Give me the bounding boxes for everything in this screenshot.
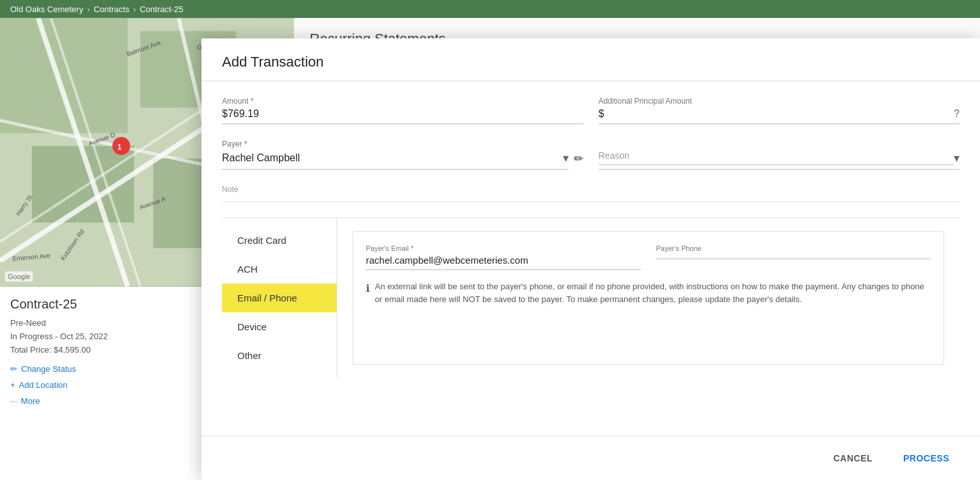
dollar-prefix: $ (599, 108, 605, 119)
payer-field-wrap: Payer * Rachel Campbell ▾ ✏ (222, 140, 583, 170)
additional-principal-label: Additional Principal Amount (599, 97, 960, 106)
amount-field: Amount * $769.19 (222, 97, 583, 124)
pencil-icon: ✏ (10, 364, 17, 374)
payment-methods-list: Credit Card ACH Email / Phone Device Oth… (222, 218, 337, 378)
payers-phone-value (656, 255, 931, 259)
payers-email-label: Payer's Email * (366, 244, 641, 252)
ellipsis-icon: ··· (10, 396, 17, 406)
payment-detail-inner: Payer's Email * rachel.campbell@webcemet… (352, 231, 944, 365)
payers-phone-label: Payer's Phone (656, 244, 931, 252)
payment-method-device[interactable]: Device (222, 312, 336, 341)
payer-value: Rachel Campbell (222, 152, 300, 164)
help-icon[interactable]: ? (954, 108, 960, 120)
info-icon: ℹ (366, 281, 370, 296)
payment-method-email-phone[interactable]: Email / Phone (222, 284, 336, 312)
breadcrumb-contract25[interactable]: Contract-25 (139, 4, 183, 14)
payment-method-other[interactable]: Other (222, 341, 336, 370)
additional-principal-field: Additional Principal Amount $ ? (599, 97, 960, 124)
payment-section: Credit Card ACH Email / Phone Device Oth… (222, 218, 960, 378)
note-field: Note (222, 185, 960, 202)
payers-phone-field[interactable]: Payer's Phone (656, 244, 931, 270)
modal-footer: CANCEL PROCESS (202, 436, 980, 480)
svg-text:1: 1 (118, 143, 122, 152)
plus-icon: + (10, 380, 15, 390)
modal-title: Add Transaction (222, 54, 960, 70)
breadcrumb-cemetery[interactable]: Old Oaks Cemetery (10, 4, 83, 14)
info-text-content: An external link will be sent to the pay… (375, 280, 931, 305)
payers-email-field[interactable]: Payer's Email * rachel.campbell@webcemet… (366, 244, 641, 270)
payer-dropdown-arrow: ▾ (563, 151, 569, 165)
top-bar: Old Oaks Cemetery › Contracts › Contract… (0, 0, 980, 18)
payment-method-ach[interactable]: ACH (222, 255, 336, 284)
payment-method-credit-card[interactable]: Credit Card (222, 226, 336, 255)
modal-body: Amount * $769.19 Additional Principal Am… (202, 81, 980, 436)
amount-row: Amount * $769.19 Additional Principal Am… (222, 97, 960, 124)
payer-dropdown[interactable]: Rachel Campbell ▾ (222, 151, 569, 170)
cancel-button[interactable]: CANCEL (823, 447, 883, 470)
payment-detail-panel: Payer's Email * rachel.campbell@webcemet… (337, 218, 960, 378)
payer-row: Rachel Campbell ▾ ✏ (222, 151, 583, 170)
reason-placeholder: Reason (599, 150, 954, 165)
payer-label: Payer * (222, 140, 583, 148)
email-phone-row: Payer's Email * rachel.campbell@webcemet… (366, 244, 931, 270)
payer-reason-row: Payer * Rachel Campbell ▾ ✏ Reason ▾ (222, 140, 960, 170)
payer-edit-icon[interactable]: ✏ (574, 152, 583, 166)
process-button[interactable]: PROCESS (893, 447, 960, 470)
additional-principal-value[interactable]: $ ? (599, 108, 960, 124)
add-transaction-modal: Add Transaction Amount * $769.19 Additio… (202, 38, 980, 480)
reason-field[interactable]: Reason ▾ (599, 150, 960, 170)
info-message: ℹ An external link will be sent to the p… (366, 280, 931, 305)
svg-rect-1 (0, 18, 128, 133)
note-label: Note (222, 185, 960, 194)
breadcrumb-contracts[interactable]: Contracts (94, 4, 130, 14)
reason-dropdown-arrow: ▾ (954, 151, 960, 165)
payers-email-value: rachel.campbell@webcemeteries.com (366, 255, 641, 270)
modal-header: Add Transaction (202, 38, 980, 81)
google-attribution: Google (5, 271, 33, 282)
amount-value[interactable]: $769.19 (222, 108, 583, 124)
amount-label: Amount * (222, 97, 583, 106)
